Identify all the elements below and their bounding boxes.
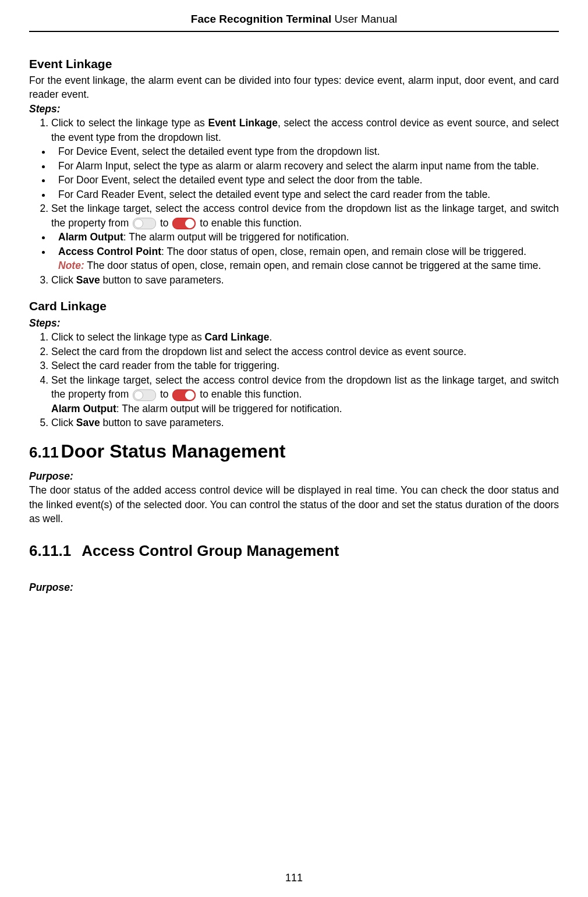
card-step-4: Set the linkage target, select the acces… <box>51 373 559 416</box>
event-bullet-device: For Device Event, select the detailed ev… <box>51 144 559 159</box>
event-bullet-alarm-output: Alarm Output: The alarm output will be t… <box>51 230 559 244</box>
heading-6-11: 6.11Door Status Management <box>29 438 559 465</box>
event-bullet-access-control-point: Access Control Point: The door status of… <box>51 244 559 273</box>
event-step-1: Click to select the linkage type as Even… <box>51 116 559 144</box>
note-label: Note: <box>58 260 84 271</box>
purpose-text-611: The door status of the added access cont… <box>29 483 559 526</box>
page-header: Face Recognition Terminal User Manual <box>29 12 559 32</box>
heading-card-linkage: Card Linkage <box>29 297 559 314</box>
event-bullet-door: For Door Event, select the detailed even… <box>51 173 559 187</box>
card-step-3: Select the card reader from the table fo… <box>51 359 559 373</box>
card-step-2: Select the card from the dropdown list a… <box>51 345 559 359</box>
event-bullet-alarm-input: For Alarm Input, select the type as alar… <box>51 159 559 173</box>
steps-label-card: Steps: <box>29 316 559 331</box>
heading-6-11-1: 6.11.1Access Control Group Management <box>29 540 559 561</box>
toggle-off-icon <box>133 389 156 401</box>
event-step-3: Click Save button to save parameters. <box>51 273 559 288</box>
steps-label: Steps: <box>29 102 559 116</box>
header-title-regular: User Manual <box>334 13 397 25</box>
purpose-label-6111: Purpose: <box>29 580 559 595</box>
toggle-on-icon <box>172 389 196 401</box>
toggle-off-icon <box>133 218 156 229</box>
event-linkage-intro: For the event linkage, the alarm event c… <box>29 73 559 102</box>
page-footer: 111 <box>0 871 588 885</box>
header-title-bold: Face Recognition Terminal <box>191 13 331 25</box>
card-step-5: Click Save button to save parameters. <box>51 416 559 430</box>
event-step-2: Set the linkage target, select the acces… <box>51 201 559 230</box>
event-bullet-card-reader: For Card Reader Event, select the detail… <box>51 187 559 202</box>
purpose-label-611: Purpose: <box>29 469 559 484</box>
card-step-1: Click to select the linkage type as Card… <box>51 330 559 345</box>
heading-event-linkage: Event Linkage <box>29 55 559 72</box>
toggle-on-icon <box>172 218 196 229</box>
